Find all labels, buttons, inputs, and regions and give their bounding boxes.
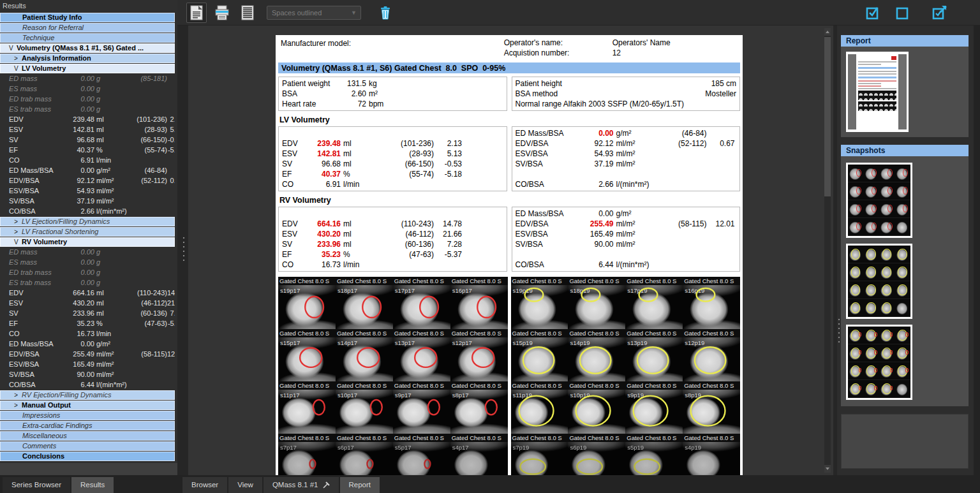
image-cell[interactable]: Gated Chest 8.0 Ss5p17 xyxy=(393,434,450,475)
result-z xyxy=(167,370,175,379)
image-cell[interactable]: Gated Chest 8.0 Ss7p17 xyxy=(278,434,336,475)
report-thumbnail[interactable] xyxy=(846,52,909,132)
scroll-up-button[interactable] xyxy=(824,28,831,36)
image-cell[interactable]: Gated Chest 8.0 Ss5p19 xyxy=(625,434,683,475)
image-cell[interactable]: Gated Chest 8.0 Ss9p17 xyxy=(393,381,450,434)
measurement-zscore xyxy=(707,179,735,189)
image-cell[interactable]: Gated Chest 8.0 Ss19p17 xyxy=(278,277,336,329)
image-cell[interactable]: Gated Chest 8.0 Ss14p19 xyxy=(568,329,625,381)
delete-report-button[interactable] xyxy=(375,3,396,23)
image-cell[interactable]: Gated Chest 8.0 Ss6p17 xyxy=(336,434,393,475)
result-lbl: EF xyxy=(9,145,63,155)
tree-section[interactable]: >Manual Output xyxy=(0,401,175,410)
measurement-row: SV233.96ml(60-136)7.28 xyxy=(282,239,503,249)
result-row: CO6.91l/min xyxy=(0,156,175,165)
volumetry-section-header: Volumetry (QMass 8.1 #1, S6) Gated Chest… xyxy=(278,63,740,73)
tree-section[interactable]: >RV Ejection/Filling Dynamics xyxy=(0,390,175,400)
result-v: 430.20 xyxy=(63,298,94,308)
tree-section[interactable]: Comments xyxy=(0,441,175,451)
snapshot-thumbnail[interactable] xyxy=(846,163,912,238)
image-cell[interactable]: Gated Chest 8.0 Ss15p17 xyxy=(278,329,336,381)
tree-section[interactable]: Extra-cardiac Findings xyxy=(0,421,175,430)
image-cell[interactable]: Gated Chest 8.0 Ss18p19 xyxy=(568,277,625,329)
tree-section[interactable]: Patient Study Info xyxy=(0,13,175,22)
image-cell[interactable]: Gated Chest 8.0 Ss10p19 xyxy=(568,381,625,434)
result-row: EDV664.16ml(110-243)14.78 xyxy=(0,288,175,298)
tree-section[interactable]: >Analysis Information xyxy=(0,54,175,63)
image-cell[interactable]: Gated Chest 8.0 Ss15p19 xyxy=(511,329,568,381)
image-cell[interactable]: Gated Chest 8.0 Ss12p19 xyxy=(683,329,740,381)
image-cell[interactable]: Gated Chest 8.0 Ss19p19 xyxy=(511,277,568,329)
image-cell[interactable]: Gated Chest 8.0 Ss16p17 xyxy=(450,277,508,329)
image-cell[interactable]: Gated Chest 8.0 Ss4p19 xyxy=(683,434,740,475)
image-cell[interactable]: Gated Chest 8.0 Ss6p19 xyxy=(568,434,625,475)
yellow-contour-mini xyxy=(866,302,875,313)
image-cell[interactable]: Gated Chest 8.0 Ss8p19 xyxy=(683,381,740,434)
pin-icon[interactable] xyxy=(322,482,330,489)
export-checked-button[interactable] xyxy=(930,3,951,23)
tree-section[interactable]: Conclusions xyxy=(0,452,175,461)
result-rg: (66-150) xyxy=(134,135,167,145)
splitter-handle-left[interactable] xyxy=(182,236,186,263)
scrollbar-thumb[interactable] xyxy=(824,37,831,196)
result-u: l/min xyxy=(94,156,134,165)
image-cell[interactable]: Gated Chest 8.0 Ss11p17 xyxy=(278,381,336,434)
rv-volumetry-box-right: ED Mass/BSA0.00g/m²EDV/BSA255.49ml/m²(58… xyxy=(512,207,741,272)
tree-chevron-icon: > xyxy=(14,391,22,400)
tree-section[interactable]: >LV Fractional Shortening xyxy=(0,227,175,237)
tab-results[interactable]: Results xyxy=(71,477,114,493)
tree-section[interactable]: Miscellaneous xyxy=(0,431,175,441)
toolbar-right-group xyxy=(863,3,951,23)
spaces-dropdown[interactable]: Spaces outlined ▼ xyxy=(267,6,361,20)
measurement-label: EDV/BSA xyxy=(516,219,568,229)
image-cell[interactable]: Gated Chest 8.0 Ss10p17 xyxy=(336,381,393,434)
tab-browser[interactable]: Browser xyxy=(182,477,227,493)
print-button[interactable] xyxy=(212,3,232,23)
image-cell[interactable]: Gated Chest 8.0 Ss13p19 xyxy=(625,329,683,381)
tree-section[interactable]: VVolumetry (QMass 8.1 #1, S6) Gated ... xyxy=(0,43,175,53)
measurement-value: 0.00 xyxy=(568,128,614,138)
tab-series-browser[interactable]: Series Browser xyxy=(3,477,70,493)
result-lbl: EDV xyxy=(9,288,63,298)
snapshot-thumbnail[interactable] xyxy=(846,325,912,400)
snapshot-mini-image xyxy=(864,362,880,380)
image-cell[interactable]: Gated Chest 8.0 Ss7p19 xyxy=(511,434,568,475)
image-cell[interactable]: Gated Chest 8.0 Ss8p17 xyxy=(450,381,508,434)
image-cell[interactable]: Gated Chest 8.0 Ss13p17 xyxy=(393,329,450,381)
result-u: l/(min*m²) xyxy=(94,380,134,390)
tab-qmass-8-1-1[interactable]: QMass 8.1 #1 xyxy=(264,477,339,493)
patient-row: Normal range Alfakih 2003 SSFP (M/20-65y… xyxy=(516,99,737,109)
image-cell[interactable]: Gated Chest 8.0 Ss12p17 xyxy=(450,329,508,381)
uncheck-all-button[interactable] xyxy=(892,3,912,23)
result-lbl: ED trab mass xyxy=(9,94,63,104)
image-cell[interactable]: Gated Chest 8.0 Ss16p19 xyxy=(683,277,740,329)
tree-section[interactable]: >LV Ejection/Filling Dynamics xyxy=(0,217,175,226)
tree-section[interactable]: Technique xyxy=(0,33,175,43)
scroll-down-button[interactable] xyxy=(824,465,831,473)
tree-section[interactable]: VRV Volumetry xyxy=(0,237,175,247)
red-contour-mini xyxy=(856,223,861,230)
red-contour-mini xyxy=(887,169,893,177)
image-cell[interactable]: Gated Chest 8.0 Ss9p19 xyxy=(625,381,683,434)
text-report-button[interactable] xyxy=(237,3,258,23)
tab-view[interactable]: View xyxy=(228,477,262,493)
result-lbl: ED Mass/BSA xyxy=(9,339,63,349)
tree-section[interactable]: Impressions xyxy=(0,411,175,420)
tree-chevron-icon: > xyxy=(14,54,22,63)
splitter-handle-right[interactable] xyxy=(838,318,841,344)
report-view-button[interactable] xyxy=(186,3,207,23)
tree-section[interactable]: VLV Volumetry xyxy=(0,64,175,73)
check-all-button[interactable] xyxy=(863,3,883,23)
image-cell[interactable]: Gated Chest 8.0 Ss17p19 xyxy=(625,277,683,329)
image-cell[interactable]: Gated Chest 8.0 Ss4p17 xyxy=(450,434,508,475)
result-lbl: EF xyxy=(9,319,63,328)
snapshot-thumbnail[interactable] xyxy=(846,244,912,319)
image-cell[interactable]: Gated Chest 8.0 Ss14p17 xyxy=(336,329,393,381)
tree-section[interactable]: Reason for Referral xyxy=(0,23,175,33)
tab-report[interactable]: Report xyxy=(340,477,380,493)
image-cell[interactable]: Gated Chest 8.0 Ss11p19 xyxy=(511,381,568,434)
image-cell[interactable]: Gated Chest 8.0 Ss18p17 xyxy=(336,277,393,329)
acquisition-label: Acquistion number: xyxy=(504,48,612,58)
vertical-scrollbar[interactable] xyxy=(824,28,831,473)
image-cell[interactable]: Gated Chest 8.0 Ss17p17 xyxy=(393,277,450,329)
